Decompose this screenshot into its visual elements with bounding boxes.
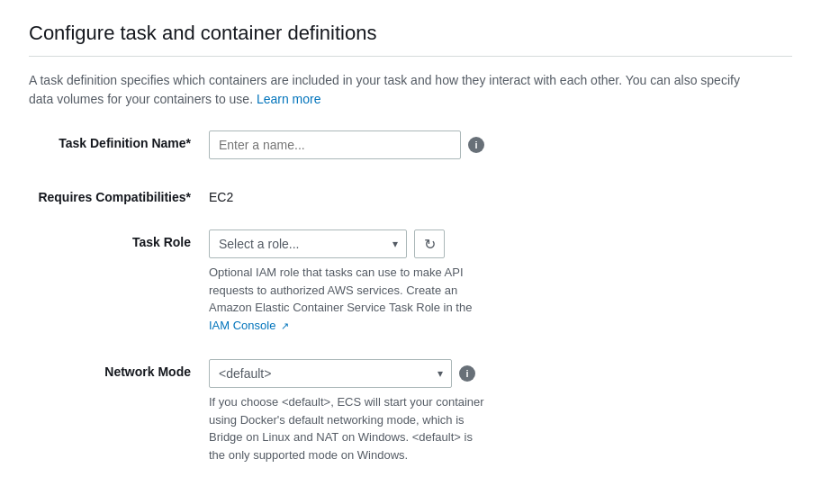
requires-compatibilities-label: Requires Compatibilities* [29,184,209,204]
task-role-control: Select a role... ↻ Optional IAM role tha… [209,230,767,334]
learn-more-link[interactable]: Learn more [257,92,321,106]
task-role-input-group: Select a role... ↻ [209,230,767,258]
refresh-icon: ↻ [424,236,436,253]
requires-compatibilities-value: EC2 [209,184,767,204]
task-role-label: Task Role [29,230,209,249]
task-role-row: Task Role Select a role... ↻ Optional IA… [29,230,767,334]
requires-compatibilities-control: EC2 [209,184,767,204]
title-divider [29,56,792,57]
network-mode-label: Network Mode [29,359,209,379]
description-text: A task definition specifies which contai… [29,73,740,106]
task-role-refresh-button[interactable]: ↻ [414,230,445,258]
task-definition-name-input-group: i [209,130,767,159]
task-definition-name-label: Task Definition Name* [29,130,209,150]
network-mode-select-wrapper: <default> bridge host awsvpc none [209,359,452,388]
page-description: A task definition specifies which contai… [29,71,767,109]
external-link-icon: ↗ [281,319,289,334]
task-role-select[interactable]: Select a role... [209,230,407,258]
network-mode-info-icon[interactable]: i [459,365,475,382]
network-mode-row: Network Mode <default> bridge host awsvp… [29,359,767,464]
task-definition-name-info-icon[interactable]: i [468,137,484,153]
requires-compatibilities-row: Requires Compatibilities* EC2 [29,184,767,204]
task-definition-name-row: Task Definition Name* i [29,130,767,159]
page-title: Configure task and container definitions [29,22,792,45]
form-section: Task Definition Name* i Requires Compati… [29,130,767,464]
network-mode-helper-text: If you choose <default>, ECS will start … [209,393,488,464]
iam-console-link[interactable]: IAM Console ↗ [209,319,289,332]
iam-console-label: IAM Console [209,319,275,332]
task-definition-name-input[interactable] [209,130,461,159]
task-role-helper-text-content: Optional IAM role that tasks can use to … [209,266,472,314]
task-role-helper-text: Optional IAM role that tasks can use to … [209,264,488,334]
network-mode-input-group: <default> bridge host awsvpc none i [209,359,767,388]
task-role-select-wrapper: Select a role... [209,230,407,258]
network-mode-select[interactable]: <default> bridge host awsvpc none [209,359,452,388]
network-mode-control: <default> bridge host awsvpc none i If y… [209,359,767,464]
task-definition-name-control: i [209,130,767,159]
